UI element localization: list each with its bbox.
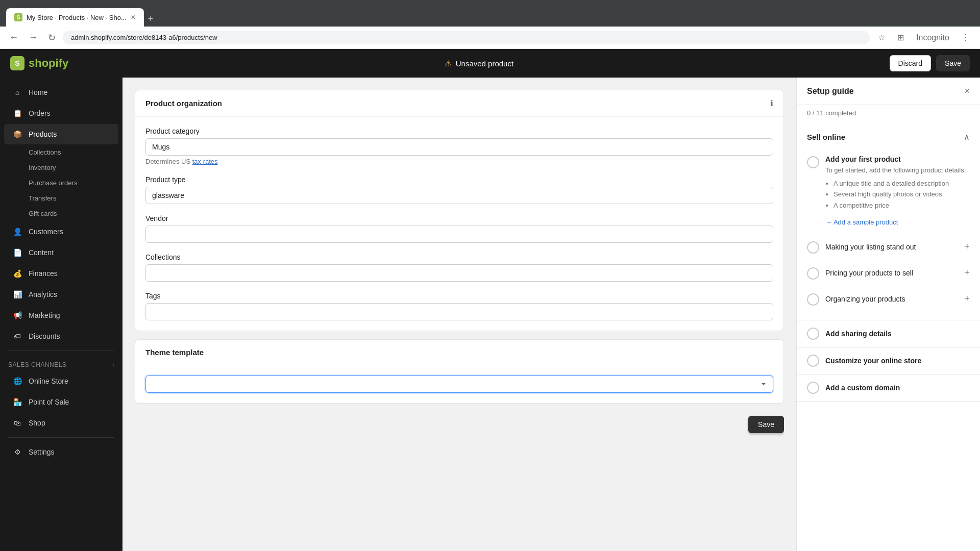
setup-guide-title: Setup guide [807, 87, 854, 96]
vendor-input[interactable] [145, 226, 773, 243]
sidebar-item-home[interactable]: ⌂ Home [4, 82, 118, 103]
refresh-button[interactable]: ↻ [45, 30, 59, 45]
save-button-bottom[interactable]: Save [748, 416, 784, 433]
sidebar-item-shop[interactable]: 🛍 Shop [4, 413, 118, 433]
tags-input[interactable] [145, 303, 773, 320]
product-type-group: Product type [145, 176, 773, 204]
sidebar-item-discounts[interactable]: 🏷 Discounts [4, 326, 118, 346]
sample-product-link[interactable]: → Add a sample product [825, 217, 898, 228]
customize-title: Customize your online store [825, 357, 921, 365]
guide-item-listing[interactable]: Making your listing stand out + [807, 234, 970, 260]
sales-channels-label: Sales channels [8, 361, 66, 368]
setup-guide-header: Setup guide × [797, 78, 980, 105]
sidebar-item-settings[interactable]: ⚙ Settings [4, 442, 118, 462]
sidebar-item-orders[interactable]: 📋 Orders [4, 103, 118, 123]
shop-icon: 🛍 [12, 418, 22, 428]
settings-icon: ⚙ [12, 447, 22, 457]
sidebar-products-submenu: Collections Inventory Purchase orders Tr… [0, 145, 122, 221]
orders-icon: 📋 [12, 108, 22, 118]
marketing-icon: 📢 [12, 310, 22, 320]
collections-input[interactable] [145, 264, 773, 282]
sidebar-content-label: Content [29, 248, 54, 257]
sidebar-item-products[interactable]: 📦 Products [4, 124, 118, 144]
sidebar-orders-label: Orders [29, 109, 51, 117]
new-tab-button[interactable]: + [144, 12, 158, 27]
products-icon: 📦 [12, 129, 22, 139]
first-product-text: To get started, add the following produc… [825, 165, 970, 228]
customers-icon: 👤 [12, 227, 22, 237]
collections-label: Collections [145, 253, 773, 261]
sidebar-analytics-label: Analytics [29, 290, 57, 298]
first-product-title: Add your first product [825, 155, 970, 163]
bullet-3: A competitive price [834, 201, 970, 211]
sharing-status-icon [807, 328, 819, 340]
sidebar-item-point-of-sale[interactable]: 🏪 Point of Sale [4, 392, 118, 412]
setup-guide-close-button[interactable]: × [964, 86, 970, 96]
sidebar-item-collections[interactable]: Collections [24, 145, 122, 160]
guide-item-customize-store[interactable]: Customize your online store [797, 347, 980, 374]
home-icon: ⌂ [12, 87, 22, 97]
guide-item-organizing[interactable]: Organizing your products + [807, 286, 970, 312]
vendor-group: Vendor [145, 214, 773, 243]
info-icon[interactable]: ℹ [770, 98, 773, 108]
sidebar-item-purchase-orders[interactable]: Purchase orders [24, 176, 122, 190]
save-button-header[interactable]: Save [936, 55, 970, 71]
sell-online-header[interactable]: Sell online ∧ [797, 125, 980, 149]
sharing-title: Add sharing details [825, 330, 892, 338]
sidebar-customers-label: Customers [29, 228, 63, 236]
tax-rates-link[interactable]: tax rates [192, 158, 218, 165]
sidebar-item-content[interactable]: 📄 Content [4, 242, 118, 263]
sell-online-body: Add your first product To get started, a… [797, 149, 980, 320]
main-content: Product organization ℹ Product category … [122, 78, 796, 551]
sidebar-item-online-store[interactable]: 🌐 Online Store [4, 371, 118, 391]
forward-button[interactable]: → [26, 30, 41, 45]
first-product-content: Add your first product To get started, a… [825, 155, 970, 228]
sell-online-section: Sell online ∧ Add your first product To … [797, 125, 980, 320]
sidebar-pos-label: Point of Sale [29, 398, 69, 406]
sidebar-marketing-label: Marketing [29, 311, 60, 319]
guide-item-pricing[interactable]: Pricing your products to sell + [807, 260, 970, 286]
bookmark-button[interactable]: ☆ [874, 31, 889, 44]
sidebar-home-label: Home [29, 88, 47, 96]
back-button[interactable]: ← [6, 30, 21, 45]
tab-close-icon[interactable]: ✕ [131, 14, 136, 21]
bullet-1: A unique title and a detailed descriptio… [834, 179, 970, 189]
sidebar-item-gift-cards[interactable]: Gift cards [24, 206, 122, 221]
sidebar-item-inventory[interactable]: Inventory [24, 160, 122, 175]
sidebar-item-transfers[interactable]: Transfers [24, 191, 122, 206]
guide-item-custom-domain[interactable]: Add a custom domain [797, 374, 980, 402]
sidebar-item-analytics[interactable]: 📊 Analytics [4, 284, 118, 305]
theme-template-card: Theme template [135, 339, 784, 404]
header-title-area: ⚠ Unsaved product [77, 59, 881, 68]
header-title-text: Unsaved product [456, 59, 513, 68]
menu-button[interactable]: ⋮ [958, 31, 974, 44]
product-type-label: Product type [145, 176, 773, 184]
sidebar-item-customers[interactable]: 👤 Customers [4, 221, 118, 242]
content-icon: 📄 [12, 247, 22, 258]
address-bar[interactable] [63, 31, 870, 44]
sidebar-item-marketing[interactable]: 📢 Marketing [4, 305, 118, 325]
organizing-title: Organizing your products [825, 295, 905, 303]
extensions-button[interactable]: ⊞ [893, 31, 908, 44]
theme-card-body [135, 365, 783, 403]
collections-group: Collections [145, 253, 773, 282]
theme-template-select[interactable] [145, 375, 773, 393]
finances-icon: 💰 [12, 268, 22, 279]
product-category-input[interactable] [145, 138, 773, 156]
save-bottom-area: Save [135, 412, 784, 441]
tags-label: Tags [145, 292, 773, 300]
sidebar-discounts-label: Discounts [29, 332, 60, 340]
shopify-logo-text: shopify [29, 57, 68, 70]
theme-card-title: Theme template [145, 348, 204, 357]
guide-item-sharing[interactable]: Add sharing details [797, 320, 980, 347]
shopify-logo-icon: S [10, 56, 24, 70]
sidebar-online-store-label: Online Store [29, 377, 68, 385]
discard-button[interactable]: Discard [890, 55, 931, 71]
first-product-status-icon [807, 156, 819, 168]
listing-status-icon [807, 241, 819, 254]
tab-favicon: S [14, 13, 22, 21]
product-type-input[interactable] [145, 187, 773, 204]
active-tab[interactable]: S My Store · Products · New · Sho... ✕ [6, 8, 144, 27]
domain-status-icon [807, 382, 819, 394]
sidebar-item-finances[interactable]: 💰 Finances [4, 263, 118, 284]
